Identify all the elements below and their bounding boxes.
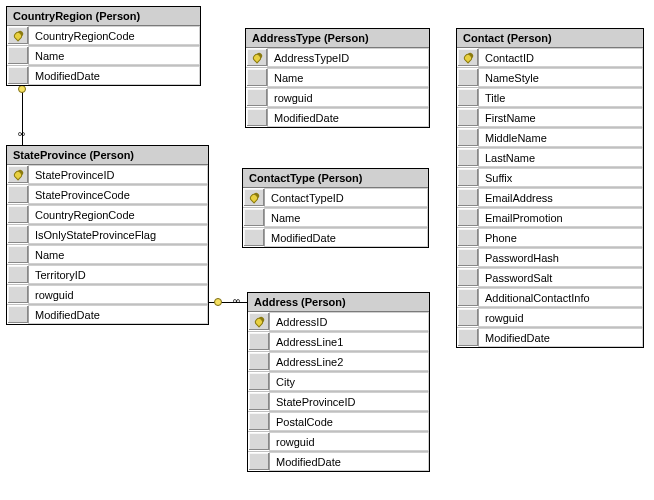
column-name: rowguid [270,432,429,451]
table-columns: ContactIDNameStyleTitleFirstNameMiddleNa… [457,48,643,347]
column-name: PasswordHash [479,248,643,267]
column-row[interactable]: City [248,372,429,392]
column-row[interactable]: rowguid [246,88,429,108]
column-row[interactable]: Name [7,245,208,265]
column-name: StateProvinceID [270,392,429,411]
column-row[interactable]: LastName [457,148,643,168]
column-row[interactable]: FirstName [457,108,643,128]
column-row[interactable]: StateProvinceID [248,392,429,412]
column-name: rowguid [268,88,429,107]
column-row[interactable]: IsOnlyStateProvinceFlag [7,225,208,245]
column-key-cell [457,308,479,327]
column-row[interactable]: StateProvinceID [7,165,208,185]
column-row[interactable]: PasswordHash [457,248,643,268]
column-row[interactable]: ModifiedDate [243,228,428,247]
column-row[interactable]: NameStyle [457,68,643,88]
column-key-cell [7,185,29,204]
column-row[interactable]: ModifiedDate [457,328,643,347]
column-key-cell [7,305,29,324]
column-row[interactable]: ContactID [457,48,643,68]
relationship-endpoint-many-icon: ∞ [18,130,25,138]
column-name: IsOnlyStateProvinceFlag [29,225,208,244]
table-columns: AddressIDAddressLine1AddressLine2CitySta… [248,312,429,471]
column-row[interactable]: Phone [457,228,643,248]
column-key-cell [457,68,479,87]
column-name: rowguid [479,308,643,327]
column-row[interactable]: CountryRegionCode [7,26,200,46]
column-key-cell [243,228,265,247]
column-row[interactable]: ModifiedDate [7,66,200,85]
column-row[interactable]: Title [457,88,643,108]
column-row[interactable]: AddressID [248,312,429,332]
relationship-endpoint-many-icon: ∞ [233,297,240,305]
column-key-cell [457,328,479,347]
table-stateprovince[interactable]: StateProvince (Person) StateProvinceIDSt… [6,145,209,325]
column-row[interactable]: MiddleName [457,128,643,148]
column-name: ContactID [479,48,643,67]
column-key-cell [457,228,479,247]
column-key-cell [248,412,270,431]
table-columns: StateProvinceIDStateProvinceCodeCountryR… [7,165,208,324]
column-name: NameStyle [479,68,643,87]
column-key-cell [7,265,29,284]
column-name: ModifiedDate [265,228,428,247]
column-row[interactable]: AdditionalContactInfo [457,288,643,308]
primary-key-icon [7,165,29,184]
column-name: Name [29,46,200,65]
column-key-cell [248,392,270,411]
column-row[interactable]: rowguid [457,308,643,328]
column-name: ModifiedDate [268,108,429,127]
column-row[interactable]: ContactTypeID [243,188,428,208]
column-name: CountryRegionCode [29,26,200,45]
column-row[interactable]: EmailAddress [457,188,643,208]
column-name: AddressLine1 [270,332,429,351]
column-row[interactable]: ModifiedDate [246,108,429,127]
column-row[interactable]: Name [246,68,429,88]
column-name: AddressLine2 [270,352,429,371]
column-name: Name [265,208,428,227]
column-key-cell [457,268,479,287]
column-row[interactable]: rowguid [248,432,429,452]
column-row[interactable]: AddressLine2 [248,352,429,372]
column-row[interactable]: EmailPromotion [457,208,643,228]
column-row[interactable]: ModifiedDate [248,452,429,471]
column-key-cell [457,248,479,267]
column-row[interactable]: AddressTypeID [246,48,429,68]
column-row[interactable]: PasswordSalt [457,268,643,288]
column-name: LastName [479,148,643,167]
primary-key-icon [248,312,270,331]
column-name: ModifiedDate [270,452,429,471]
column-row[interactable]: Suffix [457,168,643,188]
column-key-cell [457,128,479,147]
primary-key-icon [457,48,479,67]
column-row[interactable]: AddressLine1 [248,332,429,352]
column-row[interactable]: Name [7,46,200,66]
column-key-cell [7,205,29,224]
column-row[interactable]: TerritoryID [7,265,208,285]
column-row[interactable]: PostalCode [248,412,429,432]
column-name: ModifiedDate [479,328,643,347]
column-name: StateProvinceCode [29,185,208,204]
table-address[interactable]: Address (Person) AddressIDAddressLine1Ad… [247,292,430,472]
column-row[interactable]: CountryRegionCode [7,205,208,225]
column-name: Suffix [479,168,643,187]
column-key-cell [457,88,479,107]
column-row[interactable]: StateProvinceCode [7,185,208,205]
table-contacttype[interactable]: ContactType (Person) ContactTypeIDNameMo… [242,168,429,248]
column-name: Name [29,245,208,264]
column-key-cell [457,188,479,207]
table-title: CountryRegion (Person) [7,7,200,26]
relationship-endpoint-key-icon [214,298,222,306]
column-name: PasswordSalt [479,268,643,287]
column-key-cell [457,108,479,127]
column-key-cell [7,225,29,244]
column-row[interactable]: ModifiedDate [7,305,208,324]
table-contact[interactable]: Contact (Person) ContactIDNameStyleTitle… [456,28,644,348]
column-row[interactable]: Name [243,208,428,228]
column-key-cell [7,285,29,304]
column-key-cell [457,148,479,167]
column-row[interactable]: rowguid [7,285,208,305]
column-name: StateProvinceID [29,165,208,184]
table-countryregion[interactable]: CountryRegion (Person) CountryRegionCode… [6,6,201,86]
table-addresstype[interactable]: AddressType (Person) AddressTypeIDNamero… [245,28,430,128]
